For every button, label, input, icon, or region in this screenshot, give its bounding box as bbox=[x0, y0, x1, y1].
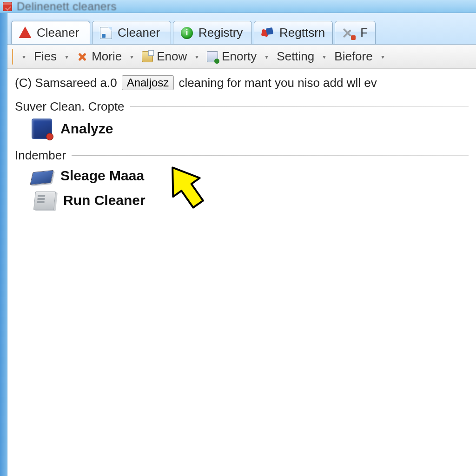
group-title: Suver Clean. Cropte bbox=[15, 99, 125, 114]
tab-strip: Cleaner Cleaner i Registry Regttsrn F bbox=[7, 13, 476, 45]
window-title: Delinenett cleaners bbox=[17, 0, 117, 13]
group-header-indember: Indember bbox=[15, 148, 469, 163]
tab-regttsrn[interactable]: Regttsrn bbox=[254, 21, 333, 44]
status-line: (C) Samsareed a.0 Analjosz cleaning for … bbox=[15, 75, 469, 90]
toolbar-enorty[interactable]: Enorty bbox=[203, 47, 260, 66]
dropdown-caret-icon[interactable]: ▾ bbox=[323, 53, 326, 60]
dropdown-caret-icon[interactable]: ▾ bbox=[22, 53, 26, 60]
status-suffix: cleaning for mant you niso add wll ev bbox=[178, 76, 377, 90]
toolbar-biefore[interactable]: Biefore bbox=[331, 47, 376, 66]
toolbar-label: Morie bbox=[92, 49, 122, 64]
analyze-button[interactable]: Analjosz bbox=[122, 75, 174, 90]
tab-cleaner-2[interactable]: Cleaner bbox=[92, 21, 171, 44]
entry-label: Run Cleaner bbox=[63, 192, 145, 208]
group-title: Indember bbox=[15, 148, 66, 163]
document-icon bbox=[100, 27, 112, 39]
drive-icon bbox=[30, 170, 53, 185]
dropdown-caret-icon[interactable]: ▾ bbox=[130, 53, 133, 60]
toolbar-label: Enorty bbox=[222, 49, 257, 64]
tab-label: Regttsrn bbox=[279, 26, 325, 40]
dropdown-caret-icon[interactable]: ▾ bbox=[381, 53, 384, 60]
computer-icon bbox=[32, 119, 52, 139]
toolbar-enow[interactable]: Enow bbox=[138, 47, 191, 66]
monitor-check-icon bbox=[207, 51, 218, 62]
tab-label: Cleaner bbox=[118, 26, 160, 40]
group-header-suver-clean: Suver Clean. Cropte bbox=[15, 99, 469, 114]
toolbar-label: Setting bbox=[277, 49, 314, 64]
tab-label: F bbox=[360, 26, 368, 40]
entry-run-cleaner[interactable]: Run Cleaner bbox=[32, 191, 469, 210]
toolbar: ▾ Fies ▾ Morie ▾ Enow ▾ Enorty ▾ Setting bbox=[7, 45, 476, 69]
tower-pc-icon bbox=[33, 192, 56, 210]
toolbar-label: Enow bbox=[157, 49, 187, 64]
tab-label: Cleaner bbox=[37, 26, 79, 40]
content-area: (C) Samsareed a.0 Analjosz cleaning for … bbox=[7, 69, 476, 476]
divider bbox=[72, 155, 469, 156]
entry-analyze[interactable]: Analyze bbox=[32, 119, 469, 139]
divider bbox=[130, 106, 469, 107]
package-icon bbox=[142, 51, 153, 62]
entry-label: Sleage Maaa bbox=[60, 168, 144, 184]
app-icon bbox=[3, 2, 12, 11]
tab-registry[interactable]: i Registry bbox=[173, 21, 252, 44]
window-left-border bbox=[0, 13, 7, 476]
tab-label: Registry bbox=[198, 26, 243, 40]
toolbar-morie[interactable]: Morie bbox=[73, 47, 126, 66]
toolbar-setting[interactable]: Setting bbox=[273, 47, 318, 66]
entry-sleage[interactable]: Sleage Maaa bbox=[32, 167, 469, 184]
dropdown-caret-icon[interactable]: ▾ bbox=[265, 53, 268, 60]
tools-icon bbox=[343, 27, 355, 39]
info-green-icon: i bbox=[181, 27, 193, 39]
toolbar-fies[interactable]: Fies bbox=[30, 47, 60, 66]
status-prefix: (C) Samsareed a.0 bbox=[15, 76, 117, 90]
toolbar-separator bbox=[12, 49, 13, 65]
window-frame: Cleaner Cleaner i Registry Regttsrn F ▾ bbox=[0, 13, 476, 476]
dropdown-caret-icon[interactable]: ▾ bbox=[195, 53, 198, 60]
tab-cleaner-1[interactable]: Cleaner bbox=[11, 21, 90, 44]
tab-tools[interactable]: F bbox=[335, 21, 376, 44]
toolbar-label: Fies bbox=[34, 49, 57, 64]
client-area: Cleaner Cleaner i Registry Regttsrn F ▾ bbox=[7, 13, 476, 476]
dropdown-caret-icon[interactable]: ▾ bbox=[65, 53, 68, 60]
title-bar: Delinenett cleaners bbox=[0, 0, 476, 13]
puzzle-icon bbox=[262, 27, 274, 39]
entry-label: Analyze bbox=[60, 121, 113, 137]
warning-icon bbox=[19, 26, 31, 38]
toolbar-label: Biefore bbox=[334, 49, 372, 64]
delete-x-icon bbox=[77, 51, 88, 62]
